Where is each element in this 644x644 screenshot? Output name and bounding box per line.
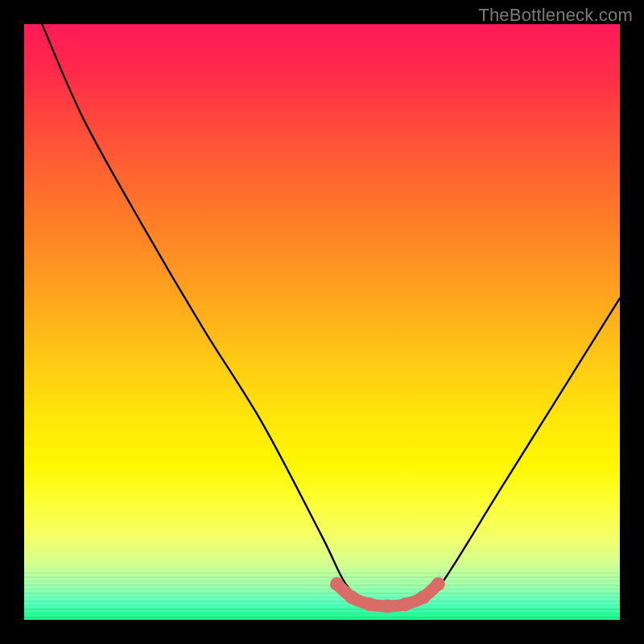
- highlight-dot: [431, 577, 445, 591]
- watermark-label: TheBottleneck.com: [478, 5, 633, 26]
- optimal-range-markers: [330, 577, 445, 613]
- chart-frame: TheBottleneck.com: [0, 0, 644, 644]
- highlight-dot: [416, 590, 430, 604]
- highlight-dot: [381, 599, 394, 613]
- highlight-dot: [363, 597, 377, 611]
- plot-area: [24, 24, 620, 620]
- highlight-dot: [345, 590, 359, 604]
- highlight-dot: [398, 597, 412, 611]
- highlight-dot: [330, 577, 344, 591]
- chart-svg: [24, 24, 620, 620]
- bottleneck-curve: [42, 24, 620, 608]
